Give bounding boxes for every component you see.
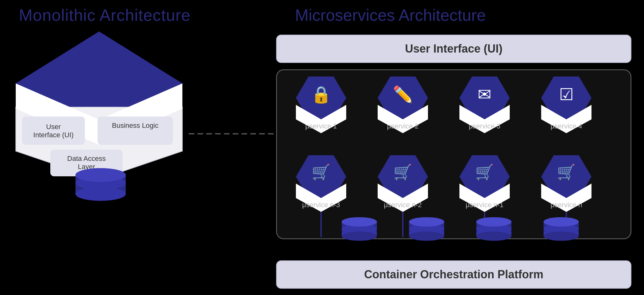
svg-text:🛒: 🛒 xyxy=(557,163,576,181)
svg-text:μservice 4: μservice 4 xyxy=(551,122,582,130)
db-cylinder-1 xyxy=(342,217,377,241)
svg-text:μservice 2: μservice 2 xyxy=(387,122,419,130)
svg-marker-3 xyxy=(16,31,182,83)
service-hex-n3: 🛒 μservice n-3 xyxy=(296,155,346,212)
db-cylinder-3 xyxy=(476,217,512,241)
svg-point-74 xyxy=(476,217,512,227)
svg-point-67 xyxy=(409,231,444,241)
ui-bar: User Interface (UI) xyxy=(276,35,631,63)
svg-text:μservice n-1: μservice n-1 xyxy=(466,201,503,209)
svg-point-61 xyxy=(342,231,377,241)
svg-point-79 xyxy=(544,231,579,241)
svg-text:🛒: 🛒 xyxy=(475,163,494,181)
svg-point-62 xyxy=(342,217,377,227)
svg-text:μservice 1: μservice 1 xyxy=(305,122,337,130)
platform-bar: Container Orchestration Platform xyxy=(276,260,631,289)
monolithic-section: Monolithic Architecture User Interface (… xyxy=(0,0,208,295)
db-cylinder-4 xyxy=(544,217,579,241)
svg-point-68 xyxy=(409,217,444,227)
monolithic-title: Monolithic Architecture xyxy=(19,6,191,25)
service-hex-n: 🛒 μservice n xyxy=(541,155,591,212)
svg-text:μservice n-2: μservice n-2 xyxy=(384,201,422,209)
svg-text:User: User xyxy=(46,123,61,131)
svg-text:🛒: 🛒 xyxy=(312,163,330,181)
service-hex-n1: 🛒 μservice n-1 xyxy=(459,155,510,212)
db-cylinder-2 xyxy=(409,217,444,241)
svg-text:Interface (UI): Interface (UI) xyxy=(33,131,74,139)
service-hex-4: ☑ μservice 4 xyxy=(541,77,591,133)
svg-text:🛒: 🛒 xyxy=(393,163,412,181)
svg-text:μservice n: μservice n xyxy=(551,201,582,209)
service-hex-3: ✉ μservice 3 xyxy=(459,77,510,133)
svg-point-80 xyxy=(544,217,579,227)
svg-rect-7 xyxy=(97,116,173,145)
svg-text:μservice 3: μservice 3 xyxy=(469,122,501,130)
databases-section xyxy=(276,210,631,248)
service-hex-1: 🔒 μservice 1 xyxy=(296,77,346,133)
svg-text:Data Access: Data Access xyxy=(67,155,106,162)
monolith-hex-diagram: User Interface (UI) Business Logic Data … xyxy=(3,28,195,211)
ui-bar-label: User Interface (UI) xyxy=(405,42,502,55)
svg-text:μservice n-3: μservice n-3 xyxy=(302,201,340,209)
svg-text:🔒: 🔒 xyxy=(311,85,331,104)
microservices-section: Microservices Architecture User Interfac… xyxy=(257,0,644,295)
platform-bar-label: Container Orchestration Platform xyxy=(364,268,543,281)
service-hex-2: ✏️ μservice 2 xyxy=(378,77,428,133)
svg-text:✉: ✉ xyxy=(478,85,491,104)
svg-rect-4 xyxy=(22,116,85,145)
svg-point-18 xyxy=(75,168,126,182)
microservices-title: Microservices Architecture xyxy=(295,6,486,25)
svg-text:☑: ☑ xyxy=(559,85,574,104)
svg-text:Business Logic: Business Logic xyxy=(112,122,158,129)
svg-text:✏️: ✏️ xyxy=(393,85,413,104)
svg-point-73 xyxy=(476,231,512,241)
mono-database xyxy=(72,166,129,211)
service-hex-n2: 🛒 μservice n-2 xyxy=(378,155,428,212)
